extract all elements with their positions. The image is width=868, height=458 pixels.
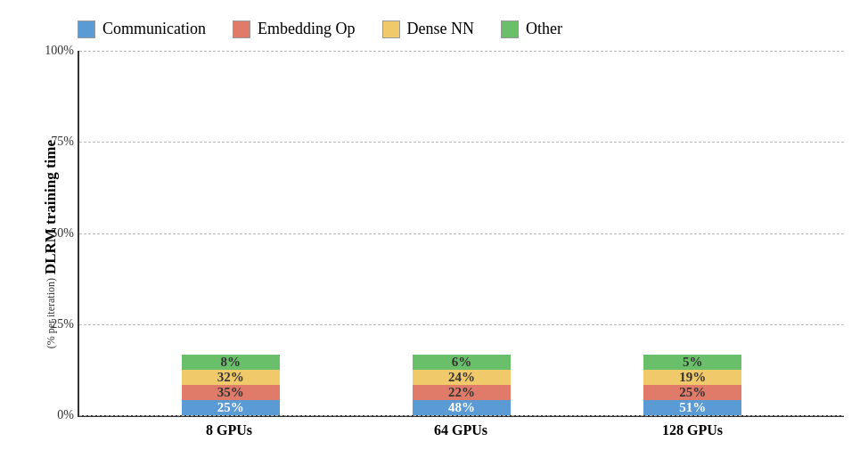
bar-group-0: 25%35%32%8% [173, 355, 289, 415]
bar-segment-2-1: 25% [643, 385, 741, 400]
legend-item-communication: Communication [78, 20, 206, 38]
bar-segment-0-0: 25% [182, 400, 280, 415]
chart-area: 100%75%50%25%0% 25%35%32%8%48%22%24%6%51… [78, 51, 844, 438]
stacked-bar-2: 51%25%19%5% [643, 355, 741, 415]
x-label-2: 128 GPUs [635, 422, 750, 438]
bar-segment-2-3: 5% [643, 355, 741, 370]
bars-container: 25%35%32%8%48%22%24%6%51%25%19%5% [79, 51, 844, 415]
y-tick-label-50: 50% [51, 226, 74, 241]
legend-item-dense-nn: Dense NN [382, 20, 474, 38]
y-tick-label-25: 25% [51, 317, 74, 331]
bar-segment-0-2: 32% [182, 370, 280, 385]
legend-label-communication: Communication [102, 20, 206, 38]
bar-segment-1-3: 6% [413, 355, 511, 370]
bar-segment-1-1: 22% [413, 385, 511, 400]
bar-segment-1-2: 24% [413, 370, 511, 385]
legend-swatch-communication [78, 20, 95, 38]
x-labels: 8 GPUs64 GPUs128 GPUs [78, 417, 844, 438]
plot-area: 100%75%50%25%0% 25%35%32%8%48%22%24%6%51… [78, 51, 844, 417]
x-label-0: 8 GPUs [171, 422, 287, 438]
bar-segment-2-2: 19% [643, 370, 741, 385]
bar-segment-0-3: 8% [182, 355, 280, 370]
legend-swatch-dense-nn [382, 20, 400, 38]
y-tick-label-0: 0% [57, 408, 74, 422]
legend-item-embedding-op: Embedding Op [233, 20, 356, 38]
y-axis-label-area: DLRM training time (% per iteration) [24, 51, 78, 438]
legend-label-other: Other [526, 20, 562, 38]
bar-segment-2-0: 51% [643, 400, 741, 415]
bar-segment-0-1: 35% [182, 385, 280, 400]
x-label-1: 64 GPUs [403, 422, 519, 438]
legend-swatch-other [501, 20, 519, 38]
bar-group-1: 48%22%24%6% [404, 355, 520, 415]
chart-body: DLRM training time (% per iteration) 100… [24, 51, 844, 438]
legend: CommunicationEmbedding OpDense NNOther [24, 20, 844, 38]
y-tick-label-100: 100% [45, 44, 74, 58]
legend-label-dense-nn: Dense NN [407, 20, 474, 38]
bar-group-2: 51%25%19%5% [635, 355, 750, 415]
chart-container: CommunicationEmbedding OpDense NNOther D… [15, 11, 853, 447]
legend-item-other: Other [501, 20, 562, 38]
legend-swatch-embedding-op [233, 20, 250, 38]
stacked-bar-1: 48%22%24%6% [413, 355, 511, 415]
y-tick-label-75: 75% [51, 135, 74, 149]
bar-segment-1-0: 48% [413, 400, 511, 415]
y-axis-title: DLRM training time [42, 140, 60, 274]
grid-line-0 [79, 415, 844, 416]
stacked-bar-0: 25%35%32%8% [182, 355, 280, 415]
y-axis-subtitle: (% per iteration) [45, 278, 58, 348]
legend-label-embedding-op: Embedding Op [258, 20, 356, 38]
